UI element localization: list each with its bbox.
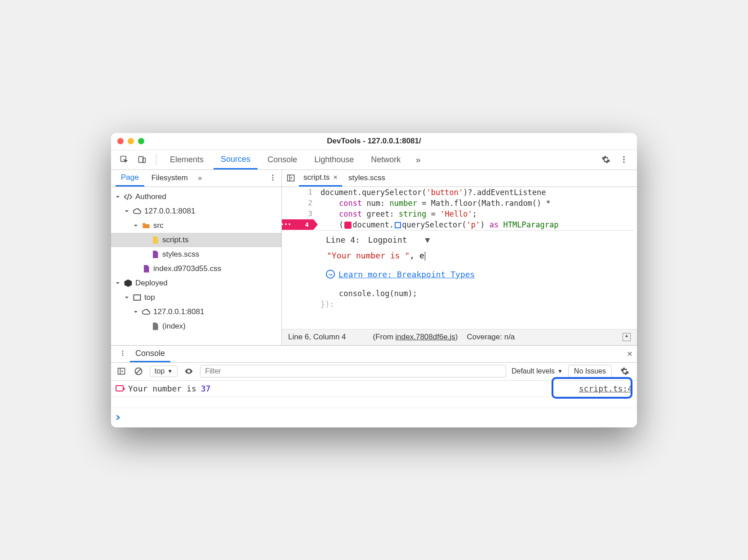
gutter[interactable]: 1 2 3 4 4 [282, 187, 318, 329]
tree-label: Deployed [135, 279, 168, 288]
tree-file-script[interactable]: script.ts [111, 233, 281, 247]
divider [156, 154, 156, 165]
more-side-tabs-icon[interactable]: » [195, 170, 205, 187]
tree-file-indexcss[interactable]: index.d9703d55.css [111, 262, 281, 276]
tree-label: 127.0.0.1:8081 [144, 207, 195, 216]
svg-rect-9 [134, 295, 141, 300]
breakpoint-type-select[interactable]: Logpoint ▼ [368, 235, 430, 244]
logpoint-editor: Line 4: Logpoint ▼ "Your number is ", e … [318, 230, 634, 285]
toggle-navigator-icon[interactable] [285, 170, 297, 186]
document-icon [151, 322, 160, 331]
close-tab-icon[interactable]: × [334, 173, 338, 182]
learn-more-text[interactable]: Learn more: Breakpoint Types [338, 270, 475, 279]
window-title: DevTools - 127.0.0.1:8081/ [327, 137, 421, 146]
inspect-element-icon[interactable] [116, 152, 132, 167]
close-window-button[interactable] [117, 138, 124, 144]
console-prompt[interactable] [111, 408, 637, 427]
folder-icon [142, 221, 151, 230]
chevron-down-icon: ▼ [425, 235, 430, 244]
tab-lighthouse[interactable]: Lighthouse [307, 150, 361, 169]
tree-top[interactable]: top [111, 290, 281, 305]
tree-deployed[interactable]: Deployed [111, 276, 281, 290]
more-tabs-icon[interactable]: » [410, 152, 426, 167]
message-source-link[interactable]: script.ts:4 [579, 384, 632, 393]
tree-label: 127.0.0.1:8081 [153, 307, 204, 316]
scss-file-icon [151, 250, 160, 259]
levels-value: Default levels [512, 367, 555, 375]
tab-label: script.ts [303, 173, 330, 182]
editor-header: script.ts × styles.scss [282, 170, 637, 187]
tab-network[interactable]: Network [364, 150, 408, 169]
tree-label: index.d9703d55.css [153, 264, 221, 273]
editor-panel: script.ts × styles.scss 1 2 3 4 4 docume… [282, 170, 637, 345]
tree-label: (index) [162, 322, 186, 331]
navigator-menu-icon[interactable] [269, 173, 277, 183]
editor-tab-styles[interactable]: styles.scss [344, 170, 390, 187]
tree-folder-src[interactable]: src [111, 218, 281, 233]
zoom-window-button[interactable] [138, 138, 144, 144]
code-lines[interactable]: document.querySelector('button')?.addEve… [318, 187, 637, 329]
ts-file-icon [151, 236, 160, 244]
tree-host[interactable]: 127.0.0.1:8081 [111, 204, 281, 218]
tree-file-index[interactable]: (index) [111, 319, 281, 333]
navigator-header: Page Filesystem » [111, 170, 281, 187]
svg-point-12 [122, 351, 124, 352]
device-toggle-icon[interactable] [134, 152, 150, 167]
minimize-window-button[interactable] [128, 138, 134, 144]
svg-point-8 [272, 179, 274, 180]
log-levels-select[interactable]: Default levels ▼ [512, 367, 563, 375]
code-editor[interactable]: 1 2 3 4 4 document.querySelector('button… [282, 187, 637, 329]
editor-status-bar: Line 6, Column 4 (From index.7808df6e.js… [282, 329, 637, 345]
live-expression-icon[interactable] [183, 364, 195, 379]
execution-context-select[interactable]: top ▼ [150, 365, 178, 377]
chevron-down-icon: ▼ [167, 368, 173, 374]
arrow-right-circle-icon: → [326, 270, 335, 279]
svg-rect-15 [118, 368, 125, 374]
cursor-position: Line 6, Column 4 [288, 333, 346, 342]
logpoint-line-marker[interactable]: 4 [282, 219, 318, 230]
breakpoint-type-value: Logpoint [368, 235, 407, 244]
tab-page[interactable]: Page [116, 170, 144, 187]
settings-icon[interactable] [598, 152, 614, 167]
editor-tab-script[interactable]: script.ts × [299, 170, 342, 187]
box-icon [124, 279, 133, 288]
tree-file-styles[interactable]: styles.scss [111, 247, 281, 262]
tree-host-deployed[interactable]: 127.0.0.1:8081 [111, 305, 281, 319]
css-file-icon [142, 264, 151, 273]
navigator-panel: Page Filesystem » Authored 127.0.0.1:808… [111, 170, 282, 345]
chevron-down-icon: ▼ [557, 368, 563, 374]
tab-filesystem[interactable]: Filesystem [146, 170, 193, 187]
svg-point-14 [122, 355, 124, 356]
svg-point-3 [623, 156, 624, 158]
cloud-icon [142, 307, 151, 316]
toggle-console-sidebar-icon[interactable] [116, 364, 127, 379]
console-filter-input[interactable] [200, 365, 506, 378]
tab-sources[interactable]: Sources [214, 150, 258, 169]
tree-authored[interactable]: Authored [111, 190, 281, 204]
frame-icon [133, 293, 142, 302]
source-map-from: (From index.7808df6e.js) [373, 333, 458, 342]
coverage-info: Coverage: n/a [467, 333, 515, 342]
logpoint-expression-input[interactable]: "Your number is ", e [326, 249, 626, 262]
tree-label: styles.scss [162, 250, 199, 259]
tab-console[interactable]: Console [260, 150, 304, 169]
pretty-print-icon[interactable] [623, 333, 631, 341]
kebab-menu-icon[interactable] [616, 152, 632, 167]
drawer-tab-console[interactable]: Console [130, 346, 170, 362]
close-drawer-icon[interactable]: × [627, 349, 632, 359]
file-tree: Authored 127.0.0.1:8081 src script.ts [111, 187, 281, 345]
source-map-file-link[interactable]: index.7808df6e.js [396, 333, 455, 341]
svg-point-6 [272, 174, 274, 176]
tab-elements[interactable]: Elements [163, 150, 211, 169]
clear-console-icon[interactable] [133, 364, 144, 379]
console-message[interactable]: Your number is 37 script.ts:4 [111, 381, 637, 397]
issues-button[interactable]: No Issues [568, 365, 612, 378]
message-text: Your number is [128, 384, 196, 393]
console-settings-icon[interactable] [617, 364, 632, 379]
tree-label: top [144, 293, 155, 302]
svg-point-4 [623, 159, 624, 160]
drawer-menu-icon[interactable] [116, 350, 130, 358]
learn-more-link[interactable]: → Learn more: Breakpoint Types [326, 270, 626, 279]
titlebar: DevTools - 127.0.0.1:8081/ [111, 133, 637, 150]
message-number: 37 [201, 384, 211, 393]
